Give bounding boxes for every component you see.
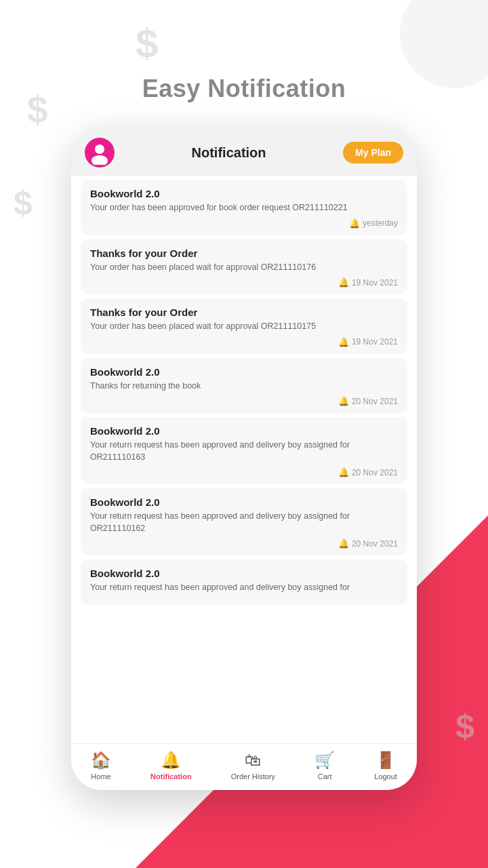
notif-time: 20 Nov 2021 — [352, 468, 398, 477]
notif-title: Bookworld 2.0 — [90, 366, 398, 378]
nav-label-cart: Cart — [318, 772, 332, 781]
svg-point-1 — [92, 155, 108, 165]
notif-body: Your order has been placed wait for appr… — [90, 262, 398, 274]
home-icon: 🏠 — [91, 751, 111, 770]
header-title: Notification — [192, 145, 266, 161]
notif-body: Your order has been placed wait for appr… — [90, 321, 398, 333]
notif-body: Your order has been approved for book or… — [90, 202, 398, 214]
notif-title: Bookworld 2.0 — [90, 496, 398, 508]
notif-footer: 🔔 20 Nov 2021 — [90, 396, 398, 406]
notif-footer: 🔔 20 Nov 2021 — [90, 467, 398, 477]
nav-item-notification[interactable]: 🔔 Notification — [150, 751, 192, 781]
notification-item[interactable]: Bookworld 2.0 Your return request has be… — [81, 488, 407, 555]
notif-body: Thanks for returning the book — [90, 380, 398, 393]
phone-container: Notification My Plan Bookworld 2.0 Your … — [71, 125, 417, 790]
notification-item[interactable]: Bookworld 2.0 Thanks for returning the b… — [81, 358, 407, 414]
notif-time: yesterday — [363, 218, 398, 228]
bottom-nav: 🏠 Home 🔔 Notification 🛍 Order History 🛒 … — [71, 743, 417, 790]
notif-time: 20 Nov 2021 — [352, 539, 398, 549]
bell-icon: 🔔 — [338, 396, 349, 406]
cart-icon: 🛒 — [314, 751, 335, 770]
nav-item-logout[interactable]: 🚪 Logout — [374, 751, 397, 781]
deco-dollar-4: $ — [455, 707, 474, 746]
notif-footer: 🔔 19 Nov 2021 — [90, 337, 398, 347]
app-header: Notification My Plan — [71, 125, 417, 176]
notif-footer: 🔔 19 Nov 2021 — [90, 277, 398, 288]
notif-title: Bookworld 2.0 — [90, 425, 398, 437]
bell-icon: 🔔 — [338, 538, 349, 549]
nav-label-logout: Logout — [374, 772, 397, 781]
nav-label-notification: Notification — [150, 772, 192, 781]
notif-body: Your return request has been approved an… — [90, 511, 398, 534]
deco-dollar-3: $ — [14, 183, 33, 222]
notification-item[interactable]: Bookworld 2.0 Your return request has be… — [81, 417, 407, 484]
notification-item[interactable]: Bookworld 2.0 Your order has been approv… — [81, 180, 407, 235]
nav-item-order-history[interactable]: 🛍 Order History — [231, 751, 275, 781]
notif-title: Thanks for your Order — [90, 307, 398, 318]
nav-item-cart[interactable]: 🛒 Cart — [314, 751, 335, 781]
notif-title: Bookworld 2.0 — [90, 568, 398, 579]
notification-item[interactable]: Thanks for your Order Your order has bee… — [81, 298, 407, 354]
nav-item-home[interactable]: 🏠 Home — [91, 751, 111, 781]
deco-dollar-1: $ — [136, 20, 158, 67]
notif-time: 19 Nov 2021 — [352, 337, 398, 347]
notif-time: 19 Nov 2021 — [352, 278, 398, 288]
notification-item[interactable]: Bookworld 2.0 Your return request has be… — [81, 559, 407, 605]
my-plan-button[interactable]: My Plan — [343, 142, 403, 163]
notif-body: Your return request has been approved an… — [90, 439, 398, 463]
notif-time: 20 Nov 2021 — [352, 397, 398, 406]
notif-title: Bookworld 2.0 — [90, 188, 398, 199]
avatar — [85, 138, 115, 167]
bell-icon: 🔔 — [349, 218, 360, 229]
bell-icon: 🔔 — [338, 467, 349, 477]
bell-icon: 🔔 — [338, 337, 349, 347]
notif-footer: 🔔 yesterday — [90, 218, 398, 229]
bell-icon: 🔔 — [161, 751, 181, 770]
notification-list: Bookworld 2.0 Your order has been approv… — [71, 176, 417, 743]
notification-item[interactable]: Thanks for your Order Your order has bee… — [81, 239, 407, 295]
notif-body: Your return request has been approved an… — [90, 582, 398, 594]
nav-label-home: Home — [91, 772, 110, 781]
bag-icon: 🛍 — [245, 751, 261, 770]
page-title: Easy Notification — [0, 75, 488, 103]
nav-label-order-history: Order History — [231, 772, 275, 781]
logout-icon: 🚪 — [375, 751, 396, 770]
bell-icon: 🔔 — [338, 277, 349, 288]
svg-point-0 — [95, 144, 104, 154]
notif-footer: 🔔 20 Nov 2021 — [90, 538, 398, 549]
notif-title: Thanks for your Order — [90, 248, 398, 259]
